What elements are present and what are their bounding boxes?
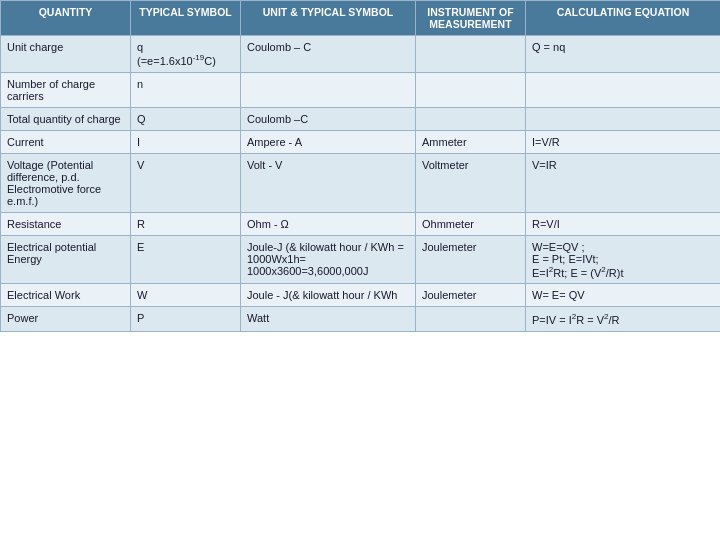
table-row: Electrical WorkWJoule - J(& kilowatt hou…	[1, 284, 721, 307]
cell-unit: Joule-J (& kilowatt hour / KWh = 1000Wx1…	[241, 235, 416, 284]
cell-quantity: Electrical Work	[1, 284, 131, 307]
cell-quantity: Unit charge	[1, 36, 131, 73]
cell-symbol: n	[131, 72, 241, 107]
cell-equation	[526, 72, 721, 107]
cell-equation: Q = nq	[526, 36, 721, 73]
header-unit: UNIT & TYPICAL SYMBOL	[241, 1, 416, 36]
table-row: CurrentIAmpere - AAmmeterI=V/R	[1, 130, 721, 153]
table-row: Electrical potential EnergyEJoule-J (& k…	[1, 235, 721, 284]
table-row: PowerPWattP=IV = I2R = V2/R	[1, 307, 721, 332]
cell-unit: Coulomb – C	[241, 36, 416, 73]
cell-equation: R=V/I	[526, 212, 721, 235]
cell-unit: Coulomb –C	[241, 107, 416, 130]
table-row: Total quantity of chargeQCoulomb –C	[1, 107, 721, 130]
cell-quantity: Resistance	[1, 212, 131, 235]
cell-instrument	[416, 107, 526, 130]
cell-symbol: E	[131, 235, 241, 284]
header-instrument: INSTRUMENT OF MEASUREMENT	[416, 1, 526, 36]
cell-symbol: W	[131, 284, 241, 307]
cell-instrument: Ohmmeter	[416, 212, 526, 235]
cell-symbol: q(=e=1.6x10-19C)	[131, 36, 241, 73]
cell-quantity: Power	[1, 307, 131, 332]
cell-unit: Ampere - A	[241, 130, 416, 153]
main-table: QUANTITY TYPICAL SYMBOL UNIT & TYPICAL S…	[0, 0, 720, 332]
table-row: Unit chargeq(=e=1.6x10-19C)Coulomb – CQ …	[1, 36, 721, 73]
cell-equation	[526, 107, 721, 130]
cell-instrument: Joulemeter	[416, 235, 526, 284]
cell-instrument	[416, 36, 526, 73]
table-row: Number of charge carriersn	[1, 72, 721, 107]
cell-quantity: Number of charge carriers	[1, 72, 131, 107]
cell-unit: Ohm - Ω	[241, 212, 416, 235]
cell-symbol: R	[131, 212, 241, 235]
cell-quantity: Electrical potential Energy	[1, 235, 131, 284]
table-row: Voltage (Potential difference, p.d. Elec…	[1, 153, 721, 212]
cell-symbol: Q	[131, 107, 241, 130]
header-quantity: QUANTITY	[1, 1, 131, 36]
cell-unit: Watt	[241, 307, 416, 332]
cell-quantity: Total quantity of charge	[1, 107, 131, 130]
cell-instrument	[416, 307, 526, 332]
cell-unit	[241, 72, 416, 107]
cell-equation: W=E=QV ;E = Pt; E=IVt;E=I2Rt; E = (V2/R)…	[526, 235, 721, 284]
header-equation: CALCULATING EQUATION	[526, 1, 721, 36]
cell-equation: P=IV = I2R = V2/R	[526, 307, 721, 332]
cell-unit: Volt - V	[241, 153, 416, 212]
cell-quantity: Voltage (Potential difference, p.d. Elec…	[1, 153, 131, 212]
cell-quantity: Current	[1, 130, 131, 153]
cell-unit: Joule - J(& kilowatt hour / KWh	[241, 284, 416, 307]
table-row: ResistanceROhm - ΩOhmmeterR=V/I	[1, 212, 721, 235]
cell-instrument	[416, 72, 526, 107]
cell-symbol: I	[131, 130, 241, 153]
header-symbol: TYPICAL SYMBOL	[131, 1, 241, 36]
cell-symbol: P	[131, 307, 241, 332]
table-header-row: QUANTITY TYPICAL SYMBOL UNIT & TYPICAL S…	[1, 1, 721, 36]
cell-equation: I=V/R	[526, 130, 721, 153]
cell-instrument: Voltmeter	[416, 153, 526, 212]
cell-equation: W= E= QV	[526, 284, 721, 307]
cell-instrument: Ammeter	[416, 130, 526, 153]
cell-symbol: V	[131, 153, 241, 212]
cell-equation: V=IR	[526, 153, 721, 212]
cell-instrument: Joulemeter	[416, 284, 526, 307]
